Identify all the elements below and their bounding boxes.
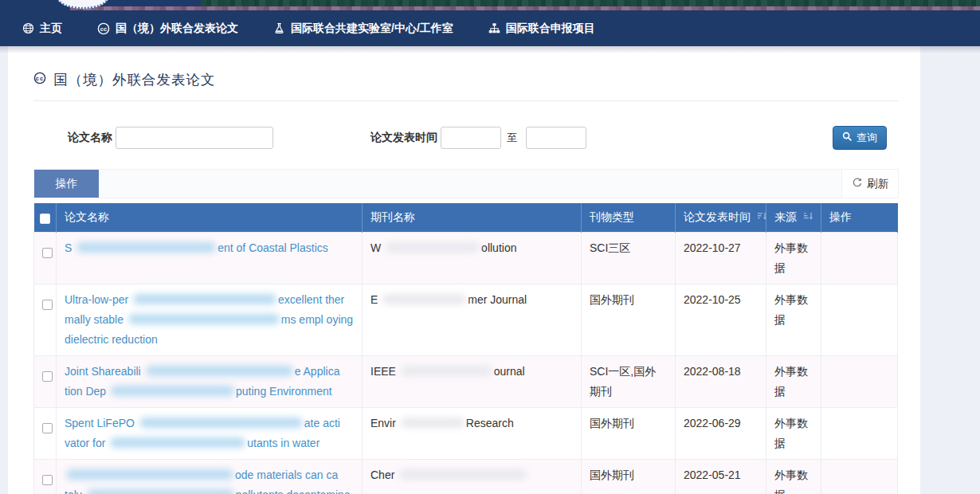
action-button[interactable]: 操作 <box>34 170 99 198</box>
table-toolbar: 操作 刷新 <box>33 169 899 198</box>
nav-item-label: 国际联合申报项目 <box>506 22 595 36</box>
paper-title-link[interactable]: Spent LiFePO ate acti vator for utants i… <box>65 417 340 449</box>
text-segment: S <box>65 241 75 254</box>
source-cell: 外事数据 <box>766 408 821 460</box>
journal-name-cell: Cher <box>363 460 582 494</box>
text-segment: ollution <box>481 241 516 254</box>
source-cell: 外事数据 <box>766 284 821 356</box>
redacted-text <box>128 314 280 324</box>
query-button-label: 查询 <box>857 131 877 145</box>
publish-date-cell: 2022-08-18 <box>676 356 766 408</box>
text-segment: W <box>370 241 384 254</box>
table-row: Spent LiFePO ate acti vator for utants i… <box>34 408 898 460</box>
text-segment: Joint Shareabili <box>65 365 144 378</box>
publish-date-cell: 2022-10-27 <box>676 233 766 284</box>
row-checkbox-cell <box>34 460 57 494</box>
col-header-action: 操作 <box>821 203 898 233</box>
publish-date-cell: 2022-05-21 <box>676 460 766 494</box>
query-button[interactable]: 查询 <box>833 126 887 150</box>
col-header-date[interactable]: 论文发表时间 <box>676 203 766 233</box>
sort-desc-icon <box>757 211 766 224</box>
action-cell <box>821 408 898 460</box>
redacted-text <box>399 469 527 480</box>
col-header-label: 操作 <box>829 210 852 223</box>
flask-icon <box>273 22 285 34</box>
journal-name-cell: W ollution <box>363 233 582 284</box>
cc-icon: cc <box>97 22 110 35</box>
sort-asc-icon <box>803 211 813 224</box>
paper-title-link[interactable]: ode materials can ca taly pollutants dec… <box>65 469 351 494</box>
nav-item-label: 国际联合共建实验室/中心/工作室 <box>291 22 453 36</box>
paper-title-link[interactable]: S ent of Coastal Plastics <box>65 241 328 254</box>
text-segment: Research <box>466 417 514 429</box>
journal-type-cell: 国外期刊 <box>582 408 676 460</box>
table-row: ode materials can ca taly pollutants dec… <box>34 460 898 494</box>
text-segment: ate acti <box>304 417 340 429</box>
refresh-button[interactable]: 刷新 <box>841 170 898 198</box>
row-checkbox-cell <box>34 356 57 408</box>
banner-texture-purple <box>70 6 980 10</box>
paper-title-link[interactable]: Ultra-low-per excellent ther mally stabl… <box>65 293 353 346</box>
source-cell: 外事数据 <box>766 356 821 408</box>
redacted-text <box>133 294 276 304</box>
text-segment: vator for <box>65 437 108 449</box>
refresh-icon <box>852 177 863 190</box>
date-to-label: 至 <box>507 131 517 145</box>
globe-icon <box>22 22 34 34</box>
row-checkbox[interactable] <box>42 300 53 310</box>
redacted-text <box>111 386 234 396</box>
source-cell: 外事数据 <box>766 460 821 494</box>
row-checkbox[interactable] <box>42 423 53 433</box>
row-checkbox[interactable] <box>42 371 53 382</box>
nav-item[interactable]: 主页 <box>22 22 62 36</box>
refresh-label: 刷新 <box>867 177 888 191</box>
banner-texture <box>201 0 980 6</box>
redacted-text <box>139 418 303 428</box>
page-title: cc 国（境）外联合发表论文 <box>33 70 899 89</box>
col-header-label: 期刊名称 <box>370 210 415 223</box>
select-all-checkbox[interactable] <box>40 214 50 224</box>
paper-name-cell: Joint Shareabili e Applica tion Dep puti… <box>57 356 363 408</box>
redacted-text <box>386 242 480 253</box>
cc-icon: cc <box>33 72 46 88</box>
col-header-type: 刊物类型 <box>582 203 676 233</box>
nav-item[interactable]: 国际联合申报项目 <box>488 22 595 36</box>
row-checkbox[interactable] <box>42 475 53 485</box>
table-header: 论文名称期刊名称刊物类型论文发表时间来源操作 <box>34 203 898 233</box>
paper-title-link[interactable]: Joint Shareabili e Applica tion Dep puti… <box>65 365 339 398</box>
date-from-input[interactable] <box>441 127 501 149</box>
row-checkbox[interactable] <box>42 248 53 258</box>
journal-type-cell: SCI一区,国外期刊 <box>582 356 676 408</box>
col-header-label: 论文发表时间 <box>684 210 751 223</box>
nav-item-label: 主页 <box>40 22 62 36</box>
svg-text:cc: cc <box>36 74 44 81</box>
col-header-source[interactable]: 来源 <box>766 203 821 233</box>
row-checkbox-cell <box>34 284 57 356</box>
nav-item[interactable]: 国际联合共建实验室/中心/工作室 <box>273 22 453 36</box>
table-row: Joint Shareabili e Applica tion Dep puti… <box>34 356 898 408</box>
text-segment: ournal <box>494 365 525 378</box>
journal-name-cell: E mer Journal <box>363 284 582 356</box>
col-header-name: 论文名称 <box>57 203 363 233</box>
paper-name-cell: S ent of Coastal Plastics <box>57 233 363 284</box>
text-segment: Cher <box>370 469 398 481</box>
date-to-input[interactable] <box>526 127 586 149</box>
text-segment: Ultra-low-per <box>65 293 131 306</box>
text-segment: e Applica <box>295 365 340 378</box>
text-segment: mally stable <box>65 313 127 326</box>
text-segment: pollutants decontamina <box>236 488 351 494</box>
text-segment: puting Environment <box>236 385 332 398</box>
content-card: cc 国（境）外联合发表论文 论文名称 论文发表时间 至 查询 操作 刷新 论文… <box>8 46 920 494</box>
action-cell <box>821 356 898 408</box>
paper-name-cell: Ultra-low-per excellent ther mally stabl… <box>57 284 363 356</box>
col-header-checkbox <box>34 203 57 233</box>
redacted-text <box>87 489 234 494</box>
redacted-text <box>66 469 233 480</box>
col-header-label: 来源 <box>774 210 797 223</box>
publish-date-cell: 2022-10-25 <box>676 284 766 356</box>
nav-item[interactable]: cc国（境）外联合发表论文 <box>97 22 238 36</box>
text-segment: taly <box>65 488 85 494</box>
nav-item-label: 国（境）外联合发表论文 <box>116 22 238 36</box>
paper-name-input[interactable] <box>116 127 273 149</box>
publish-date-label: 论文发表时间 <box>370 131 437 145</box>
